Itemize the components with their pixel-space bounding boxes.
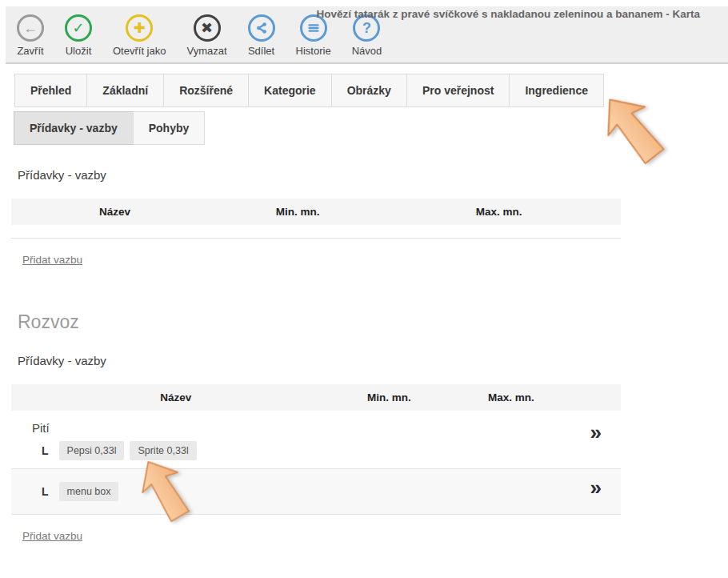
table-row: Pití L Pepsi 0,33l Sprite 0,33l » — [11, 411, 621, 469]
tag-menu-box: menu box — [59, 482, 119, 501]
history-button[interactable]: Historie — [296, 14, 331, 57]
tag-pepsi: Pepsi 0,33l — [59, 441, 125, 460]
branch-row: L Pepsi 0,33l Sprite 0,33l — [42, 441, 621, 460]
tab-kategorie[interactable]: Kategorie — [248, 74, 332, 107]
column-header-max-mn: Max. mn. — [438, 391, 584, 403]
branch-icon: L — [42, 485, 49, 498]
table-header: Název Min. mn. Max. mn. — [11, 384, 621, 411]
add-link[interactable]: Přidat vazbu — [22, 530, 82, 542]
tab-rozsirene[interactable]: Rozšířené — [163, 74, 249, 107]
tab-obrazky[interactable]: Obrázky — [331, 74, 407, 107]
column-header-min-mn: Min. mn. — [218, 206, 377, 218]
guide-button-label: Návod — [352, 45, 382, 57]
close-button[interactable]: ← Zavřít — [17, 14, 44, 57]
group-label-piti: Pití — [11, 411, 621, 435]
tab-prehled[interactable]: Přehled — [14, 74, 87, 107]
branch-icon: L — [42, 444, 49, 457]
empty-table-body — [11, 225, 621, 239]
main-content: Přídavky - vazby Název Min. mn. Max. mn.… — [11, 157, 621, 543]
history-button-label: Historie — [296, 45, 331, 57]
column-header-max-mn: Max. mn. — [377, 206, 621, 218]
column-header-min-mn: Min. mn. — [340, 391, 438, 403]
open-as-button-label: Otevřít jako — [113, 45, 166, 57]
branch-row: L menu box — [42, 482, 124, 501]
share-button[interactable]: Sdílet — [248, 14, 275, 57]
tag-sprite: Sprite 0,33l — [130, 441, 196, 460]
page-title: Hovězí tatarák z pravé svíčkové s naklad… — [317, 8, 700, 20]
save-button-label: Uložit — [66, 45, 92, 57]
share-button-label: Sdílet — [248, 45, 274, 57]
delete-button[interactable]: ✖ Vymazat — [186, 14, 226, 57]
section-heading-pridavky-vazby: Přídavky - vazby — [18, 168, 621, 182]
guide-button[interactable]: ? Návod — [352, 14, 382, 57]
table-row: L menu box » — [11, 469, 621, 515]
column-header-nazev: Název — [11, 391, 340, 403]
open-as-button[interactable]: ✚ Otevřít jako — [113, 14, 166, 57]
share-icon — [248, 14, 275, 42]
x-icon: ✖ — [194, 14, 221, 42]
column-header-nazev: Název — [11, 206, 218, 218]
check-icon: ✓ — [65, 14, 92, 42]
expand-row-button[interactable]: » — [590, 422, 602, 443]
tab-bar: Přehled Základní Rozšířené Kategorie Obr… — [14, 74, 702, 149]
tab-pro-verejnost[interactable]: Pro veřejnost — [406, 74, 510, 107]
expand-row-button[interactable]: » — [590, 477, 602, 498]
subsection-heading-pridavky-vazby: Přídavky - vazby — [18, 354, 621, 367]
tab-pridavky-vazby[interactable]: Přídavky - vazby — [14, 111, 134, 145]
section-heading-rozvoz: Rozvoz — [18, 311, 621, 333]
save-button[interactable]: ✓ Uložit — [65, 14, 92, 57]
add-link[interactable]: Přidat vazbu — [22, 254, 82, 266]
close-button-label: Zavřít — [17, 45, 43, 57]
delete-button-label: Vymazat — [186, 45, 226, 57]
tab-pohyby[interactable]: Pohyby — [133, 111, 206, 145]
tab-ingredience[interactable]: Ingredience — [509, 74, 604, 107]
table-header: Název Min. mn. Max. mn. — [11, 199, 621, 225]
tab-zakladni[interactable]: Základní — [86, 74, 164, 107]
plus-icon: ✚ — [126, 14, 153, 42]
back-arrow-icon: ← — [17, 14, 44, 42]
